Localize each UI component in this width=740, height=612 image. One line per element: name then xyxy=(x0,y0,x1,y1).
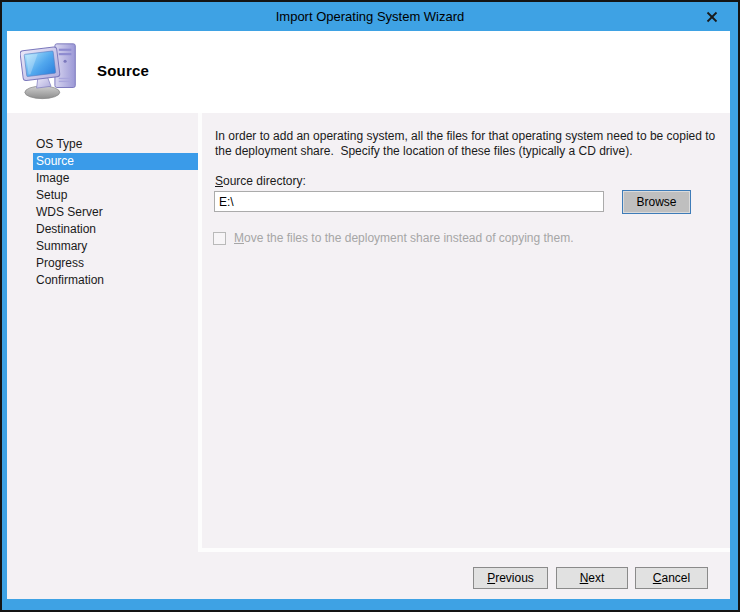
sidebar-item-source[interactable]: Source xyxy=(33,153,199,170)
page-title: Source xyxy=(97,62,149,79)
browse-button[interactable]: Browse xyxy=(622,190,691,214)
previous-button[interactable]: Previous xyxy=(473,567,548,589)
sidebar-item-wds-server[interactable]: WDS Server xyxy=(33,204,199,221)
intro-text: In order to add an operating system, all… xyxy=(215,129,727,159)
sidebar-item-os-type[interactable]: OS Type xyxy=(33,136,199,153)
sidebar-item-summary[interactable]: Summary xyxy=(33,238,199,255)
move-files-row: Move the files to the deployment share i… xyxy=(213,231,574,245)
move-files-label: Move the files to the deployment share i… xyxy=(234,231,574,245)
wizard-steps-sidebar: OS Type Source Image Setup WDS Server De… xyxy=(7,113,198,599)
sidebar-item-setup[interactable]: Setup xyxy=(33,187,199,204)
sidebar-item-image[interactable]: Image xyxy=(33,170,199,187)
next-button[interactable]: Next xyxy=(556,567,628,589)
titlebar: Import Operating System Wizard xyxy=(2,2,738,31)
cancel-button[interactable]: Cancel xyxy=(635,567,708,589)
sidebar-item-confirmation[interactable]: Confirmation xyxy=(33,272,199,289)
content-panel: In order to add an operating system, all… xyxy=(202,113,730,548)
wizard-window: Import Operating System Wizard xyxy=(0,0,740,612)
footer-divider xyxy=(198,548,730,552)
close-button[interactable] xyxy=(699,6,725,27)
close-icon xyxy=(706,11,718,23)
move-files-checkbox xyxy=(213,232,226,245)
source-directory-label: Source directory: xyxy=(215,174,306,188)
sidebar-item-progress[interactable]: Progress xyxy=(33,255,199,272)
sidebar-item-destination[interactable]: Destination xyxy=(33,221,199,238)
window-title: Import Operating System Wizard xyxy=(276,9,465,24)
wizard-header: Source xyxy=(7,31,730,113)
client-area: Source OS Type Source Image Setup WDS Se… xyxy=(7,31,730,599)
computer-icon xyxy=(20,40,84,102)
source-directory-input[interactable] xyxy=(214,191,604,212)
